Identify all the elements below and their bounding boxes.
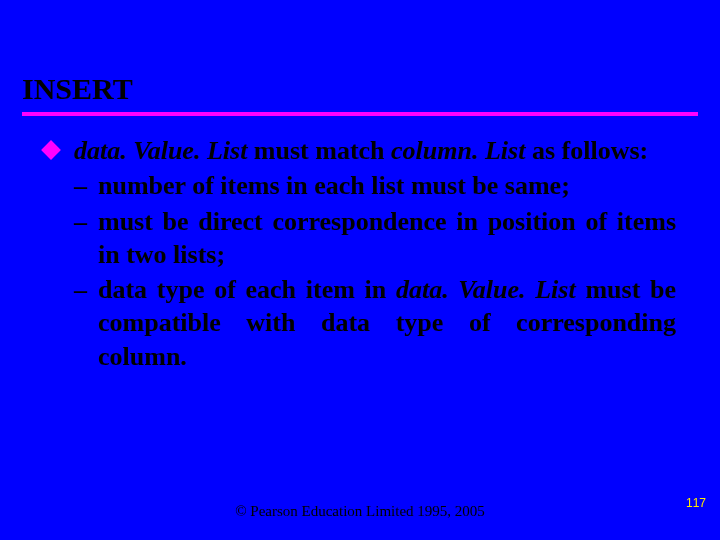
body-content: data. Value. List must match column. Lis… (44, 134, 676, 373)
bullet-lead: data. Value. List must match column. Lis… (44, 134, 676, 373)
term-data-value-list: data. Value. List (74, 136, 247, 165)
page-number: 117 (686, 496, 706, 510)
sub3-term: data. Value. List (396, 275, 576, 304)
term-column-list: column. List (391, 136, 525, 165)
dash-icon: – (74, 273, 87, 306)
sub-item-3: – data type of each item in data. Value.… (74, 273, 676, 373)
sub3-pre: data type of each item in (98, 275, 396, 304)
dash-icon: – (74, 169, 87, 202)
sub-item-1: – number of items in each list must be s… (74, 169, 676, 202)
diamond-bullet-icon (41, 140, 61, 160)
slide-title: INSERT (22, 72, 698, 110)
title-block: INSERT (22, 72, 698, 116)
slide: INSERT data. Value. List must match colu… (0, 0, 720, 540)
lead-mid: must match (247, 136, 391, 165)
sub-item-2-text: must be direct correspondence in positio… (98, 207, 676, 269)
dash-icon: – (74, 205, 87, 238)
sub-item-1-text: number of items in each list must be sam… (98, 171, 570, 200)
lead-tail: as follows: (525, 136, 648, 165)
sub-list: – number of items in each list must be s… (74, 169, 676, 373)
title-underline (22, 112, 698, 116)
copyright-footer: © Pearson Education Limited 1995, 2005 (0, 503, 720, 520)
sub-item-2: – must be direct correspondence in posit… (74, 205, 676, 272)
